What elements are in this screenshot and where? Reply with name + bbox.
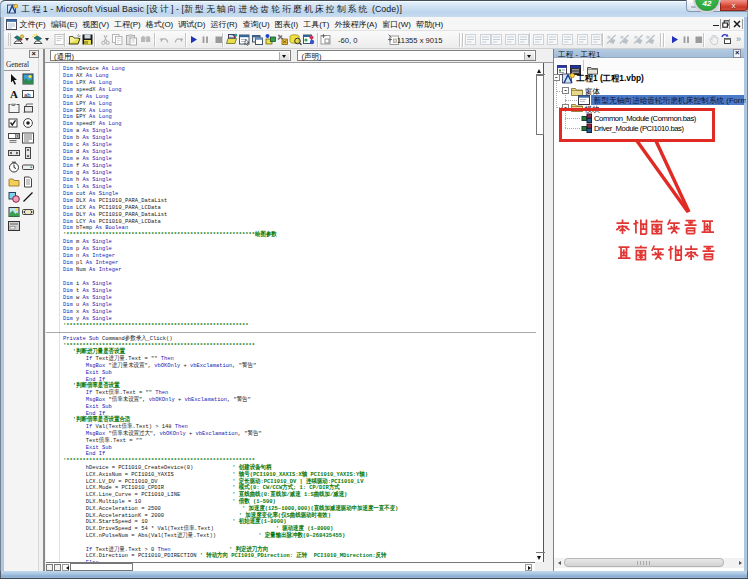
svg-text:A: A <box>10 88 18 100</box>
svg-text:ab: ab <box>24 91 31 97</box>
